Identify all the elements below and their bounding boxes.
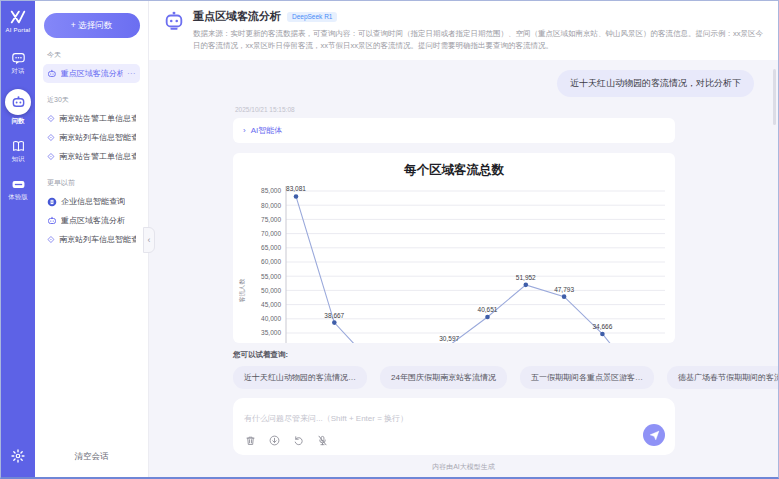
svg-text:30,597: 30,597 — [439, 335, 459, 342]
conversation-item[interactable]: 重点区域客流分析 — [43, 211, 140, 230]
clear-session-button[interactable]: 清空会话 — [43, 445, 140, 469]
svg-text:75,000: 75,000 — [261, 216, 281, 223]
new-ask-button[interactable]: + 选择问数 — [44, 13, 140, 38]
diamond-icon — [47, 133, 55, 142]
trash-icon — [245, 435, 256, 446]
conversation-item[interactable]: 南京站列车信息智能查询 — [43, 230, 140, 249]
diamond-icon — [47, 114, 55, 123]
svg-text:50,000: 50,000 — [261, 287, 281, 294]
export-button[interactable] — [268, 434, 281, 447]
suggestion-chip[interactable]: 德基广场春节假期期间的客流… — [667, 366, 778, 389]
rail-settings[interactable] — [11, 449, 25, 467]
svg-text:83,081: 83,081 — [286, 186, 306, 193]
conversation-item[interactable]: 南京站告警工单信息查询 — [43, 147, 140, 166]
assistant-title: 重点区域客流分析 — [193, 9, 281, 24]
diamond-icon — [47, 235, 55, 244]
conversation-sidebar: + 选择问数 今天 重点区域客流分析 ⋯ 近30天 南京站告警工单信息查询 南京… — [35, 1, 149, 477]
arrow-down-circle-icon — [269, 435, 280, 446]
svg-text:40,000: 40,000 — [261, 315, 281, 322]
undo-button[interactable] — [292, 434, 305, 447]
svg-text:51,952: 51,952 — [516, 274, 536, 281]
robot-icon — [47, 69, 57, 79]
assistant-header-text: 重点区域客流分析 DeepSeek R1 数据来源：实时更新的客流数据表，可查询… — [193, 9, 764, 51]
conversation-label: 重点区域客流分析 — [61, 215, 125, 226]
main-panel: 重点区域客流分析 DeepSeek R1 数据来源：实时更新的客流数据表，可查询… — [149, 1, 778, 477]
nav-rail: AI Portal 对话 问数 知识 — [1, 1, 35, 477]
svg-text:70,000: 70,000 — [261, 230, 281, 237]
conversation-label: 南京站告警工单信息查询 — [59, 113, 136, 124]
undo-icon — [293, 435, 304, 446]
agent-toggle-label: AI智能体 — [251, 125, 283, 136]
chat-bubble-icon — [11, 51, 25, 65]
svg-text:28,068: 28,068 — [401, 342, 421, 343]
composer — [233, 398, 675, 455]
conversation-label: 企业信息智能查询 — [61, 196, 125, 207]
svg-text:55,000: 55,000 — [261, 273, 281, 280]
rail-item-trial[interactable]: 体验版 — [8, 177, 28, 202]
conversation-label: 南京站列车信息智能查询 — [59, 234, 136, 245]
svg-text:47,793: 47,793 — [554, 286, 574, 293]
suggestion-chip[interactable]: 五一假期期间各重点景区游客… — [520, 366, 654, 389]
rail-label-chat: 对话 — [12, 67, 25, 76]
svg-text:34,666: 34,666 — [592, 323, 612, 330]
rail-nav: 对话 问数 知识 体验版 — [5, 51, 31, 202]
ai-disclaimer: 内容由AI大模型生成 — [149, 455, 778, 477]
svg-text:65,000: 65,000 — [261, 244, 281, 251]
gear-icon — [11, 449, 25, 463]
svg-text:40,651: 40,651 — [478, 306, 498, 313]
chevron-right-icon: › — [243, 126, 246, 135]
assistant-header: 重点区域客流分析 DeepSeek R1 数据来源：实时更新的客流数据表，可查询… — [149, 1, 778, 60]
conversation-label: 南京站列车信息智能查询 — [59, 132, 136, 143]
composer-tools — [244, 434, 664, 447]
book-icon — [11, 139, 25, 153]
delete-button[interactable] — [244, 434, 257, 447]
user-message-bubble: 近十天红山动物园的客流情况，对比分析下 — [557, 70, 754, 97]
mic-off-icon — [317, 435, 328, 446]
trial-badge-icon — [11, 177, 25, 191]
ask-data-robot-icon — [5, 89, 31, 115]
robot-icon — [47, 216, 57, 226]
message-input[interactable] — [244, 414, 664, 423]
conversation-item[interactable]: 南京站告警工单信息查询 — [43, 109, 140, 128]
app-logo-text: AI Portal — [6, 27, 31, 33]
conversation-label: 南京站告警工单信息查询 — [59, 151, 136, 162]
chart-title: 每个区域客流总数 — [233, 162, 675, 179]
sidebar-collapse-handle[interactable]: ‹ — [143, 227, 155, 253]
app-window: AI Portal 对话 问数 知识 — [0, 0, 779, 479]
diamond-icon — [47, 152, 55, 161]
section-title-earlier: 更早以前 — [47, 178, 140, 188]
svg-text:35,000: 35,000 — [261, 330, 281, 337]
suggestions-label: 您可以试着查询: — [233, 350, 754, 360]
svg-text:85,000: 85,000 — [261, 188, 281, 195]
conversation-item[interactable]: 企业信息智能查询 — [43, 192, 140, 211]
item-menu-icon[interactable]: ⋯ — [127, 69, 136, 78]
conversation-label: 重点区域客流分析 — [61, 68, 123, 79]
section-title-today: 今天 — [47, 50, 140, 60]
app-logo-icon — [9, 9, 27, 25]
svg-text:80,000: 80,000 — [261, 202, 281, 209]
enterprise-icon — [47, 197, 57, 207]
suggestion-chips: 近十天红山动物园的客流情况… 24年国庆假期南京站客流情况 五一假期期间各重点景… — [233, 366, 754, 389]
rail-item-knowledge[interactable]: 知识 — [11, 139, 25, 164]
agent-steps-toggle[interactable]: › AI智能体 — [233, 118, 675, 143]
svg-text:客流人数: 客流人数 — [238, 279, 246, 303]
rail-label-ask-data: 问数 — [12, 117, 25, 126]
send-button[interactable] — [643, 424, 665, 446]
svg-text:60,000: 60,000 — [261, 259, 281, 266]
message-timestamp: 2025/10/21 15:15:08 — [235, 106, 754, 113]
traffic-chart: 85,00080,00075,00070,00065,00060,00055,0… — [233, 181, 675, 343]
suggestion-chip[interactable]: 近十天红山动物园的客流情况… — [233, 366, 367, 389]
conversation-item[interactable]: 南京站列车信息智能查询 — [43, 128, 140, 147]
assistant-robot-avatar — [163, 10, 185, 32]
message-list: 近十天红山动物园的客流情况，对比分析下 2025/10/21 15:15:08 … — [149, 60, 778, 455]
rail-label-knowledge: 知识 — [12, 155, 25, 164]
model-badge: DeepSeek R1 — [287, 12, 337, 22]
svg-text:38,667: 38,667 — [324, 312, 344, 319]
conversation-item-active[interactable]: 重点区域客流分析 ⋯ — [43, 64, 140, 83]
rail-item-ask-data[interactable]: 问数 — [5, 89, 31, 126]
scrollbar[interactable] — [773, 69, 776, 125]
suggestion-chip[interactable]: 24年国庆假期南京站客流情况 — [380, 366, 507, 389]
chart-card: 每个区域客流总数 85,00080,00075,00070,00065,0006… — [233, 153, 675, 343]
rail-item-chat[interactable]: 对话 — [11, 51, 25, 76]
voice-input-button[interactable] — [316, 434, 329, 447]
